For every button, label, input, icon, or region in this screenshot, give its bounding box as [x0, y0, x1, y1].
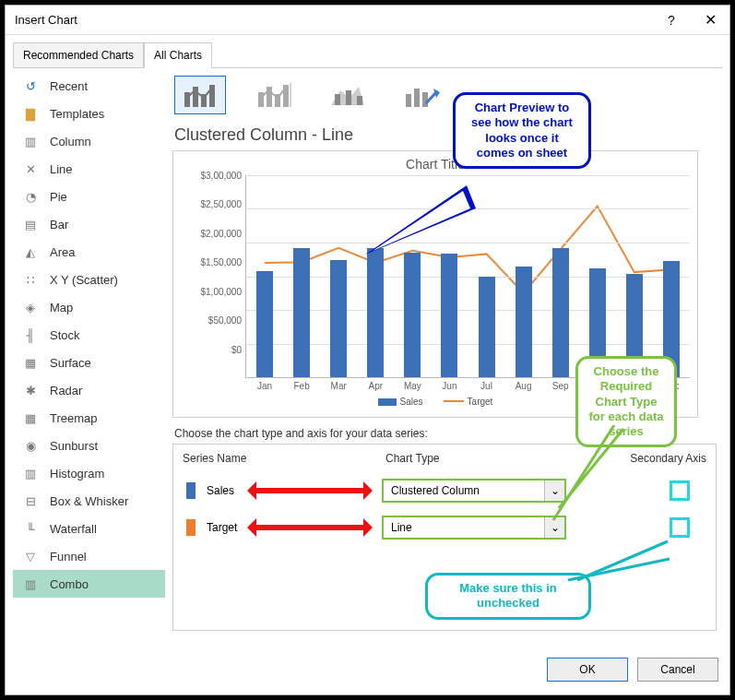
chevron-down-icon: ⌄: [544, 481, 564, 501]
callout-axis: Make sure this in unchecked: [425, 573, 591, 620]
bar-Jun: Jun: [431, 175, 468, 377]
sidebar-item-treemap[interactable]: ▦Treemap: [13, 404, 165, 432]
subtype-col-line-secondary[interactable]: [248, 76, 300, 114]
bar-Mar: Mar: [320, 175, 357, 377]
series-swatch-target: [186, 519, 196, 536]
cancel-button[interactable]: Cancel: [637, 658, 718, 682]
ok-button[interactable]: OK: [547, 658, 628, 682]
header-series-name: Series Name: [183, 452, 385, 465]
recent-icon: ↺: [20, 77, 41, 95]
sidebar-item-funnel[interactable]: ▽Funnel: [13, 542, 165, 570]
window-title: Insert Chart: [15, 13, 77, 27]
bar-Jul: Jul: [468, 175, 504, 377]
sunburst-chart-icon: ◉: [20, 436, 41, 455]
header-secondary-axis: Secondary Axis: [579, 452, 706, 465]
pie-chart-icon: ◔: [20, 187, 41, 206]
bar-chart-icon: ▤: [20, 215, 41, 233]
bar-Sep: Sep: [542, 175, 579, 377]
sidebar-item-templates[interactable]: ▇Templates: [13, 100, 165, 127]
y-axis: $3,00,000$2,50,000$2,00,000$1,50,000$1,0…: [181, 175, 245, 378]
chart-heading: Clustered Column - Line: [174, 125, 717, 145]
sidebar-item-combo[interactable]: ▥Combo: [13, 570, 165, 598]
header-chart-type: Chart Type: [385, 452, 579, 465]
sidebar-item-recent[interactable]: ↺Recent: [13, 72, 165, 100]
legend-swatch-target: [444, 400, 464, 402]
bar-Jan: Jan: [246, 175, 283, 377]
sidebar-item-scatter[interactable]: ∷X Y (Scatter): [13, 266, 165, 293]
waterfall-chart-icon: ╙: [20, 519, 41, 538]
svg-rect-15: [422, 92, 428, 107]
chart-type-dropdown-sales[interactable]: Clustered Column ⌄: [382, 479, 566, 503]
series-row-target: Target Line ⌄: [183, 515, 706, 540]
sidebar-item-column[interactable]: ▥Column: [13, 127, 165, 155]
bar-Nov: Nov: [616, 175, 653, 377]
close-button[interactable]: ✕: [691, 6, 729, 35]
subtype-stacked-area-col[interactable]: [322, 76, 373, 114]
combo-subtype-row: [172, 74, 717, 122]
sidebar-item-radar[interactable]: ✱Radar: [13, 376, 165, 404]
preview-title: Chart Title: [181, 157, 690, 172]
chart-type-dropdown-target[interactable]: Line ⌄: [382, 516, 566, 540]
svg-rect-0: [184, 92, 190, 107]
chevron-down-icon: ⌄: [544, 517, 564, 538]
line-chart-icon: ✕: [20, 160, 41, 178]
radar-chart-icon: ✱: [20, 381, 41, 399]
subtype-icon-2: [255, 81, 292, 109]
subtype-col-line[interactable]: [174, 76, 226, 114]
combo-chart-icon: ▥: [20, 575, 41, 593]
legend-swatch-sales: [378, 398, 397, 406]
bar-Feb: Feb: [283, 175, 320, 377]
sidebar-item-stock[interactable]: ╢Stock: [13, 321, 165, 349]
subtype-icon-4: [403, 81, 440, 109]
svg-rect-4: [258, 92, 264, 107]
secondary-axis-checkbox-target[interactable]: [670, 517, 690, 538]
sidebar-item-area[interactable]: ◭Area: [13, 238, 165, 266]
map-chart-icon: ◈: [20, 298, 41, 316]
secondary-axis-checkbox-sales[interactable]: [670, 481, 690, 501]
sidebar-item-waterfall[interactable]: ╙Waterfall: [13, 515, 165, 542]
subtype-icon-3: [329, 81, 366, 109]
bar-Dec: Dec: [653, 175, 690, 377]
scatter-chart-icon: ∷: [20, 270, 41, 289]
svg-rect-13: [406, 94, 411, 107]
series-row-sales: Sales Clustered Column ⌄: [183, 478, 706, 504]
subtype-custom-combo[interactable]: [396, 76, 447, 114]
column-chart-icon: ▥: [20, 132, 41, 150]
tab-recommended[interactable]: Recommended Charts: [13, 42, 144, 68]
surface-chart-icon: ▦: [20, 353, 41, 372]
svg-rect-12: [357, 96, 362, 105]
svg-rect-5: [267, 87, 272, 107]
bar-Aug: Aug: [505, 175, 542, 377]
treemap-chart-icon: ▦: [20, 409, 41, 427]
svg-rect-1: [193, 87, 198, 107]
boxwhisker-chart-icon: ⊟: [20, 492, 41, 510]
sidebar-item-pie[interactable]: ◔Pie: [13, 183, 165, 210]
folder-icon: ▇: [20, 104, 41, 123]
chart-category-sidebar: ↺Recent ▇Templates ▥Column ✕Line ◔Pie ▤B…: [13, 68, 165, 636]
bar-Oct: Oct: [579, 175, 616, 377]
callout-preview: Chart Preview to see how the chart looks…: [453, 92, 591, 169]
arrow-annotation: [255, 525, 365, 530]
svg-rect-14: [414, 89, 420, 107]
area-chart-icon: ◭: [20, 243, 41, 261]
bar-May: May: [394, 175, 431, 377]
sidebar-item-sunburst[interactable]: ◉Sunburst: [13, 432, 165, 459]
sidebar-item-histogram[interactable]: ▥Histogram: [13, 459, 165, 487]
histogram-chart-icon: ▥: [20, 464, 41, 482]
bar-Apr: Apr: [357, 175, 394, 377]
subtype-icon-1: [182, 81, 219, 109]
svg-rect-10: [335, 94, 340, 105]
callout-type: Choose the Required Chart Type for each …: [575, 356, 677, 447]
series-swatch-sales: [186, 482, 196, 499]
tab-all-charts[interactable]: All Charts: [144, 42, 212, 68]
sidebar-item-line[interactable]: ✕Line: [13, 155, 165, 183]
sidebar-item-bar[interactable]: ▤Bar: [13, 210, 165, 238]
funnel-chart-icon: ▽: [20, 547, 41, 565]
titlebar: Insert Chart ? ✕: [6, 6, 729, 35]
sidebar-item-box[interactable]: ⊟Box & Whisker: [13, 487, 165, 515]
svg-rect-11: [346, 90, 351, 105]
tab-strip: Recommended Charts All Charts: [6, 35, 729, 68]
help-button[interactable]: ?: [652, 6, 691, 35]
sidebar-item-surface[interactable]: ▦Surface: [13, 349, 165, 376]
sidebar-item-map[interactable]: ◈Map: [13, 293, 165, 321]
